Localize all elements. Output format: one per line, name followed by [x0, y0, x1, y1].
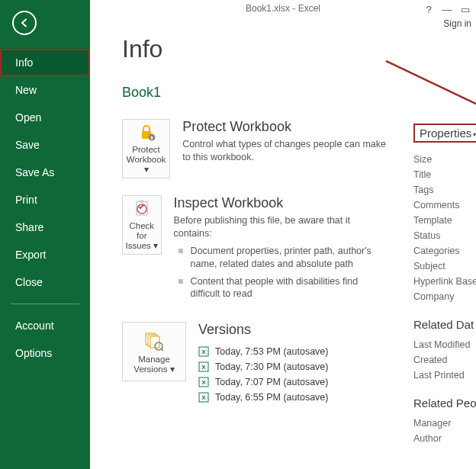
inspect-bullet-2: Content that people with disabilities fi… [174, 275, 386, 301]
prop-manager[interactable]: Manager [413, 416, 476, 431]
prop-title[interactable]: Title [413, 167, 476, 182]
inspect-heading: Inspect Workbook [174, 195, 386, 211]
backstage-sidebar: Info New Open Save Save As Print Share E… [0, 0, 90, 469]
back-button[interactable] [12, 11, 37, 35]
sidebar-item-export[interactable]: Export [0, 241, 90, 268]
version-item[interactable]: XToday, 6:55 PM (autosave) [198, 390, 328, 405]
protect-heading: Protect Workbook [182, 119, 386, 135]
excel-file-icon: X [198, 392, 209, 403]
related-people-heading: Related Peo [413, 397, 476, 410]
help-button[interactable]: ? [421, 2, 436, 17]
content-area: Book1.xlsx - Excel ? — ▭ Sign in Info Bo… [90, 0, 476, 469]
svg-text:X: X [201, 349, 206, 355]
versions-heading: Versions [198, 322, 328, 338]
check-issues-label: Check for Issues ▾ [124, 221, 159, 252]
excel-file-icon: X [198, 361, 209, 372]
svg-rect-4 [137, 201, 147, 215]
prop-last-modified: Last Modified [413, 337, 476, 352]
prop-size[interactable]: Size [413, 152, 476, 167]
sidebar-item-close[interactable]: Close [0, 268, 90, 296]
prop-status[interactable]: Status [413, 228, 476, 243]
sidebar-item-new[interactable]: New [0, 76, 90, 104]
sidebar-item-info[interactable]: Info [0, 49, 90, 76]
sidebar-item-saveas[interactable]: Save As [0, 159, 90, 186]
prop-comments[interactable]: Comments [413, 198, 476, 213]
svg-text:X: X [201, 394, 206, 401]
prop-template[interactable]: Template [413, 213, 476, 228]
signin-link[interactable]: Sign in [443, 18, 471, 29]
version-item[interactable]: XToday, 7:30 PM (autosave) [198, 359, 328, 374]
page-title: Info [122, 35, 386, 63]
protect-description: Control what types of changes people can… [182, 138, 386, 164]
sidebar-divider [11, 304, 79, 304]
prop-author[interactable]: Author [413, 431, 476, 446]
sidebar-item-options[interactable]: Options [0, 339, 90, 367]
chevron-down-icon: ▾ [473, 131, 476, 138]
manage-versions-tile[interactable]: Manage Versions ▾ [122, 322, 186, 381]
title-bar: Book1.xlsx - Excel ? — ▭ [90, 0, 476, 20]
manage-versions-label: Manage Versions ▾ [124, 355, 184, 374]
excel-file-icon: X [198, 377, 209, 387]
prop-subject[interactable]: Subject [413, 259, 476, 274]
svg-rect-3 [151, 137, 152, 140]
file-name: Book1 [122, 85, 386, 101]
svg-text:X: X [201, 364, 206, 371]
svg-text:X: X [201, 379, 206, 386]
prop-tags[interactable]: Tags [413, 182, 476, 198]
document-check-icon [132, 199, 152, 219]
svg-rect-5 [140, 200, 144, 203]
minimize-button[interactable]: — [439, 2, 455, 17]
protect-tile-label: Protect Workbook ▾ [124, 145, 168, 175]
inspect-bullet-1: Document properties, printer path, autho… [174, 245, 386, 271]
version-item[interactable]: XToday, 7:53 PM (autosave) [198, 344, 328, 359]
versions-icon [143, 329, 165, 352]
version-item[interactable]: XToday, 7:07 PM (autosave) [198, 374, 328, 390]
prop-last-printed: Last Printed [413, 368, 476, 383]
restore-button[interactable]: ▭ [458, 2, 473, 17]
excel-file-icon: X [198, 346, 209, 357]
back-arrow-icon [18, 17, 31, 29]
lock-icon [137, 123, 156, 143]
properties-dropdown[interactable]: Properties▾ [413, 124, 476, 143]
sidebar-item-account[interactable]: Account [0, 312, 90, 339]
sidebar-item-open[interactable]: Open [0, 104, 90, 131]
sidebar-item-save[interactable]: Save [0, 131, 90, 159]
related-dates-heading: Related Dat [413, 318, 476, 331]
prop-hyperlink[interactable]: Hyperlink Base [413, 274, 476, 289]
prop-categories[interactable]: Categories [413, 243, 476, 259]
sidebar-item-print[interactable]: Print [0, 186, 90, 214]
prop-created: Created [413, 352, 476, 368]
svg-line-11 [162, 349, 164, 351]
window-title: Book1.xlsx - Excel [246, 3, 320, 14]
check-issues-tile[interactable]: Check for Issues ▾ [122, 195, 162, 255]
sidebar-item-share[interactable]: Share [0, 214, 90, 241]
protect-workbook-tile[interactable]: Protect Workbook ▾ [122, 119, 170, 178]
prop-company[interactable]: Company [413, 289, 476, 304]
inspect-description: Before publishing this file, be aware th… [174, 214, 386, 240]
